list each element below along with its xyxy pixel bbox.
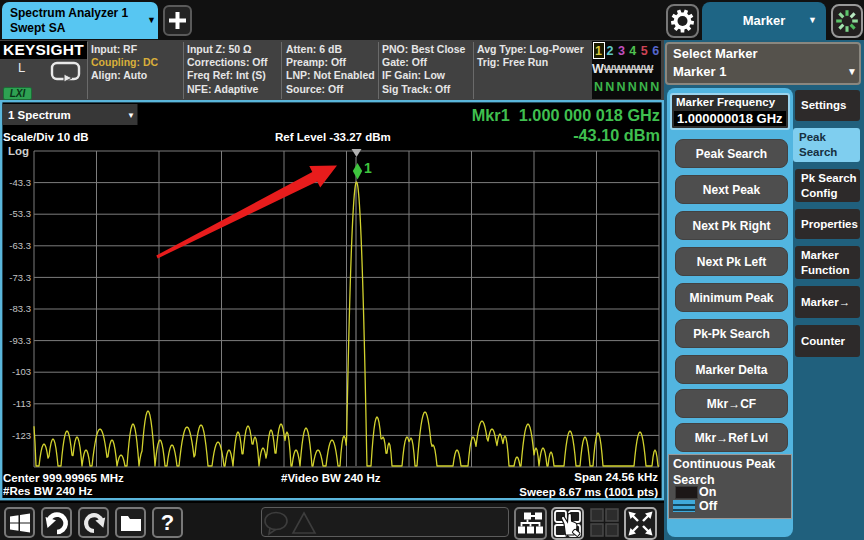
svg-text:-123: -123 [12, 430, 31, 441]
svg-text:-43.3: -43.3 [9, 177, 31, 188]
svg-text:Log: Log [8, 145, 29, 157]
svg-text:-43.10 dBm: -43.10 dBm [573, 126, 660, 144]
svg-text:-63.3: -63.3 [9, 240, 31, 251]
svg-text:Mkr1 1.000 000 018 GHz: Mkr1 1.000 000 018 GHz [472, 106, 660, 124]
svg-text:-93.3: -93.3 [9, 335, 31, 346]
svg-text:Center 999.99965 MHz: Center 999.99965 MHz [3, 472, 124, 484]
svg-text:-53.3: -53.3 [9, 208, 31, 219]
svg-text:Span 24.56 kHz: Span 24.56 kHz [574, 471, 658, 483]
svg-text:-113: -113 [13, 398, 31, 409]
svg-text:▼: ▼ [127, 111, 135, 120]
svg-text:Sweep 8.67 ms (1001 pts): Sweep 8.67 ms (1001 pts) [519, 486, 658, 498]
svg-text:#Res BW 240 Hz: #Res BW 240 Hz [3, 485, 93, 497]
svg-text:-83.3: -83.3 [9, 303, 31, 314]
svg-text:Ref Level -33.27 dBm: Ref Level -33.27 dBm [275, 131, 391, 143]
svg-text:1 Spectrum: 1 Spectrum [8, 109, 71, 121]
svg-text:#Video BW 240 Hz: #Video BW 240 Hz [281, 472, 381, 484]
svg-text:-73.3: -73.3 [9, 272, 31, 283]
svg-text:1: 1 [364, 160, 372, 176]
svg-text:Scale/Div 10 dB: Scale/Div 10 dB [3, 131, 89, 143]
svg-text:-103: -103 [12, 366, 31, 377]
